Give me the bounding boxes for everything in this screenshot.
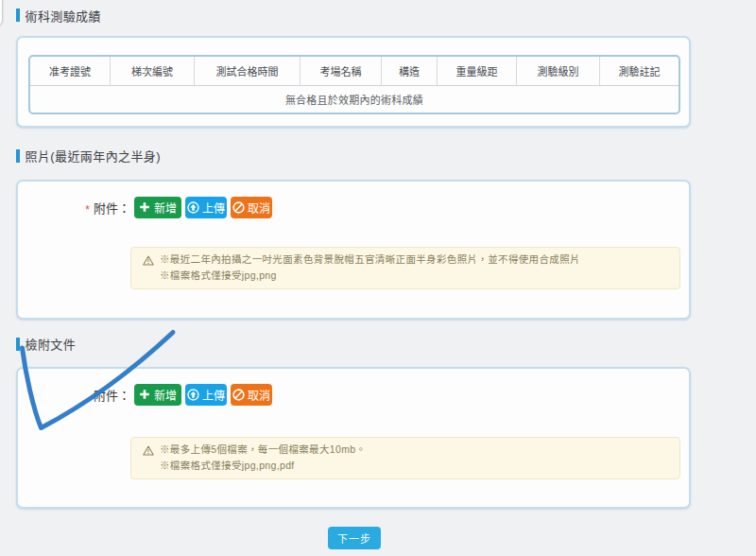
attachment-label-text: 附件： (94, 389, 130, 403)
scores-table-empty-row: 無合格且於效期內的術科成績 (30, 86, 679, 113)
add-button-label: 新增 (154, 387, 177, 403)
col-test-note: 測驗註記 (600, 57, 679, 86)
col-pass-time: 測試合格時間 (195, 57, 301, 86)
photo-add-button[interactable]: 新增 (134, 197, 181, 218)
photo-alert-line1: ※最近二年內拍攝之一吋光面素色背景脫帽五官清晰正面半身彩色照片，並不得使用合成照… (160, 252, 580, 269)
scores-card: 准考證號 梯次編號 測試合格時間 考場名稱 構造 重量級距 測驗級別 測驗註記 … (16, 36, 691, 128)
documents-card: 附件： 新增 上傳 取消 ※最多上傳5個檔案，每一個檔案最大10mb。 ※檔案格… (16, 367, 691, 509)
col-admission-number: 准考證號 (30, 57, 111, 86)
scores-empty-message: 無合格且於效期內的術科成績 (30, 86, 679, 113)
section-title-documents: 檢附文件 (26, 335, 77, 353)
documents-alert: ※最多上傳5個檔案，每一個檔案最大10mb。 ※檔案格式僅接受jpg,png,p… (130, 437, 680, 479)
photo-attachment-row: *附件： 新增 上傳 取消 (18, 197, 689, 218)
documents-upload-button[interactable]: 上傳 (185, 384, 227, 406)
section-marker-bar (16, 9, 20, 22)
ban-icon (232, 201, 245, 214)
form-step-content: 術科測驗成績 准考證號 梯次編號 測試合格時間 考場名稱 構造 重量級距 測驗級… (16, 0, 691, 549)
col-test-level: 測驗級別 (517, 57, 600, 86)
circle-arrow-up-icon (187, 389, 199, 401)
next-step-button[interactable]: 下一步 (328, 527, 381, 549)
required-asterisk: * (85, 203, 90, 217)
section-title-scores: 術科測驗成績 (26, 7, 101, 25)
photo-alert: ※最近二年內拍攝之一吋光面素色背景脫帽五官清晰正面半身彩色照片，並不得使用合成照… (130, 247, 680, 289)
section-title-photo: 照片(最近兩年內之半身) (26, 147, 161, 165)
documents-attachment-row: 附件： 新增 上傳 取消 (18, 384, 689, 406)
cancel-button-label: 取消 (248, 387, 270, 403)
cancel-button-label: 取消 (248, 200, 270, 216)
col-batch-number: 梯次編號 (111, 57, 195, 86)
documents-alert-line2: ※檔案格式僅接受jpg,png,pdf (160, 458, 366, 475)
section-marker-bar (16, 149, 20, 163)
col-weight-class: 重量級距 (438, 57, 517, 86)
next-step-row: 下一步 (16, 527, 691, 549)
photo-alert-line2: ※檔案格式僅接受jpg,png (160, 268, 580, 285)
documents-add-button[interactable]: 新增 (134, 384, 181, 406)
add-button-label: 新增 (154, 200, 177, 216)
section-heading-photo: 照片(最近兩年內之半身) (16, 149, 691, 163)
warning-triangle-icon (143, 255, 154, 266)
col-structure: 構造 (382, 57, 438, 86)
photo-upload-button[interactable]: 上傳 (185, 197, 227, 218)
scores-table-header-row: 准考證號 梯次編號 測試合格時間 考場名稱 構造 重量級距 測驗級別 測驗註記 (30, 57, 679, 86)
documents-cancel-button[interactable]: 取消 (231, 384, 272, 406)
documents-alert-text: ※最多上傳5個檔案，每一個檔案最大10mb。 ※檔案格式僅接受jpg,png,p… (160, 442, 366, 475)
warning-triangle-icon (143, 445, 154, 456)
photo-cancel-button[interactable]: 取消 (231, 197, 272, 218)
upload-button-label: 上傳 (202, 387, 225, 403)
scores-table: 准考證號 梯次編號 測試合格時間 考場名稱 構造 重量級距 測驗級別 測驗註記 … (28, 55, 680, 114)
plus-icon (139, 201, 150, 213)
documents-alert-line1: ※最多上傳5個檔案，每一個檔案最大10mb。 (160, 442, 366, 459)
col-venue-name: 考場名稱 (301, 57, 382, 86)
circle-arrow-up-icon (187, 201, 199, 214)
section-marker-bar (16, 338, 20, 351)
photo-attachment-label: *附件： (18, 199, 130, 217)
ban-icon (232, 389, 245, 401)
section-heading-documents: 檢附文件 (16, 338, 691, 351)
previous-panel-corner (0, 0, 3, 26)
section-heading-scores: 術科測驗成績 (16, 9, 691, 22)
photo-card: *附件： 新增 上傳 取消 ※最近二年內拍攝之一吋光面素色背景脫帽五官清晰正面半… (16, 180, 691, 320)
plus-icon (139, 389, 150, 400)
upload-button-label: 上傳 (202, 200, 225, 216)
documents-attachment-label: 附件： (18, 386, 130, 404)
photo-alert-text: ※最近二年內拍攝之一吋光面素色背景脫帽五官清晰正面半身彩色照片，並不得使用合成照… (160, 252, 580, 285)
attachment-label-text: 附件： (94, 201, 130, 216)
